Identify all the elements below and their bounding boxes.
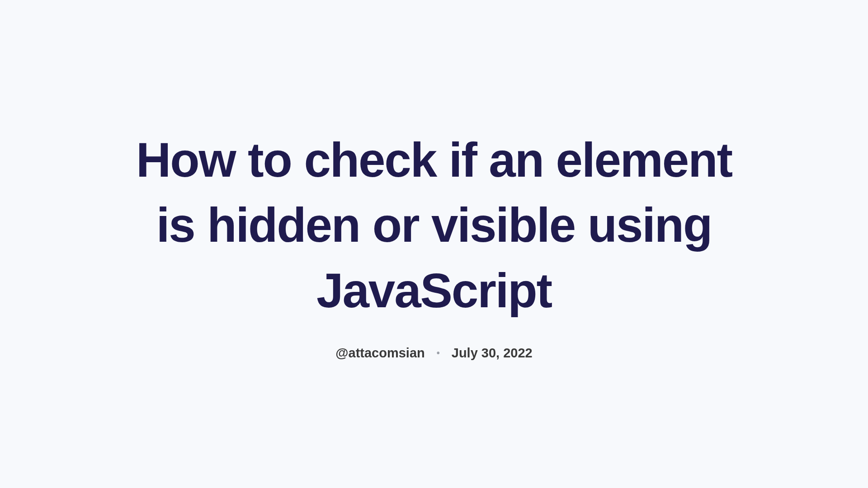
article-meta: @attacomsian • July 30, 2022 (335, 346, 533, 361)
publish-date: July 30, 2022 (452, 346, 533, 361)
author-handle[interactable]: @attacomsian (335, 346, 425, 361)
article-title: How to check if an element is hidden or … (136, 127, 732, 323)
separator-dot-icon: • (437, 348, 440, 358)
article-header: How to check if an element is hidden or … (118, 127, 750, 361)
